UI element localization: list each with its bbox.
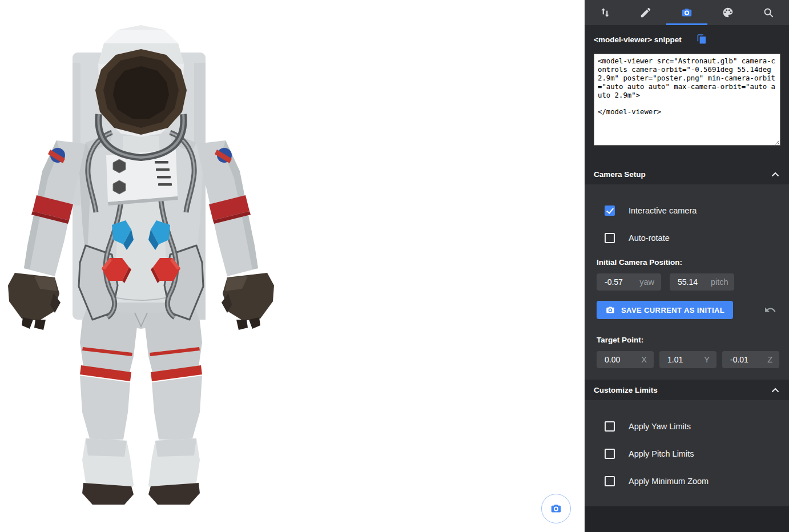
edit-pencil-icon: [639, 6, 652, 19]
tab-file-transforms[interactable]: [585, 0, 626, 25]
target-x-suffix: X: [641, 355, 647, 364]
camera-icon: [681, 6, 693, 19]
auto-rotate-label: Auto-rotate: [629, 233, 670, 243]
camera-icon: [605, 305, 615, 315]
chevron-up-icon: [771, 388, 779, 393]
auto-rotate-checkbox[interactable]: [605, 233, 615, 243]
target-x-input[interactable]: [605, 355, 638, 364]
customize-limits-title: Customize Limits: [594, 386, 658, 394]
camera-icon: [550, 502, 562, 515]
snippet-code-textarea[interactable]: <model-viewer src="Astronaut.glb" camera…: [594, 54, 780, 146]
target-z-field[interactable]: Z: [722, 351, 779, 368]
editor-panel: <model-viewer> snippet <model-viewer src…: [585, 0, 789, 532]
astronaut-model[interactable]: [0, 0, 292, 532]
apply-pitch-limits-label: Apply Pitch Limits: [629, 449, 694, 458]
collapse-customize-limits-button[interactable]: [771, 388, 779, 393]
target-point-label: Target Point:: [597, 336, 789, 344]
search-icon: [762, 6, 775, 19]
apply-pitch-limits-checkbox[interactable]: [605, 449, 615, 459]
target-x-field[interactable]: X: [597, 351, 654, 368]
pitch-suffix: pitch: [711, 277, 728, 287]
apply-yaw-limits-label: Apply Yaw Limits: [629, 422, 691, 431]
tab-materials[interactable]: [707, 0, 748, 25]
reset-camera-button[interactable]: [764, 305, 776, 315]
collapse-camera-setup-button[interactable]: [771, 172, 779, 177]
palette-icon: [722, 6, 734, 19]
tab-inspector[interactable]: [748, 0, 789, 25]
tab-camera[interactable]: [666, 0, 707, 25]
target-z-suffix: Z: [767, 355, 772, 364]
apply-minimum-zoom-label: Apply Minimum Zoom: [629, 477, 709, 486]
camera-setup-title: Camera Setup: [594, 170, 646, 179]
target-y-suffix: Y: [704, 355, 710, 364]
camera-setup-body: Interactive camera Auto-rotate Initial C…: [585, 184, 789, 380]
initial-camera-position-label: Initial Camera Position:: [597, 258, 789, 267]
yaw-field[interactable]: yaw: [597, 273, 661, 291]
undo-icon: [764, 305, 776, 315]
snippet-title: <model-viewer> snippet: [594, 35, 682, 44]
chevron-up-icon: [771, 172, 779, 177]
yaw-suffix: yaw: [639, 277, 654, 287]
panel-bottom-filler: [585, 506, 789, 532]
target-z-input[interactable]: [730, 355, 763, 364]
apply-minimum-zoom-checkbox[interactable]: [605, 476, 615, 486]
copy-snippet-button[interactable]: [697, 33, 707, 46]
target-y-field[interactable]: Y: [659, 351, 716, 368]
snippet-section: <model-viewer> snippet <model-viewer src…: [585, 25, 789, 164]
customize-limits-header[interactable]: Customize Limits: [585, 380, 789, 400]
active-tab-indicator: [666, 23, 707, 25]
model-viewer-editor: <model-viewer> snippet <model-viewer src…: [0, 0, 789, 532]
yaw-input[interactable]: [605, 277, 638, 287]
panel-toolbar: [585, 0, 789, 25]
swap-vertical-icon: [599, 6, 611, 19]
interactive-camera-checkbox[interactable]: [605, 205, 615, 216]
save-button-label: SAVE CURRENT AS INITIAL: [621, 306, 724, 315]
interactive-camera-label: Interactive camera: [629, 206, 697, 215]
target-y-input[interactable]: [667, 355, 701, 364]
apply-yaw-limits-checkbox[interactable]: [605, 421, 615, 432]
pitch-field[interactable]: pitch: [670, 273, 734, 291]
tab-edit[interactable]: [626, 0, 667, 25]
customize-limits-body: Apply Yaw Limits Apply Pitch Limits Appl…: [585, 400, 789, 506]
model-viewport[interactable]: [0, 0, 585, 532]
save-current-as-initial-button[interactable]: SAVE CURRENT AS INITIAL: [597, 301, 733, 319]
pitch-input[interactable]: [678, 277, 711, 287]
capture-poster-button[interactable]: [541, 494, 571, 523]
camera-setup-header[interactable]: Camera Setup: [585, 164, 789, 184]
copy-icon: [697, 33, 707, 46]
